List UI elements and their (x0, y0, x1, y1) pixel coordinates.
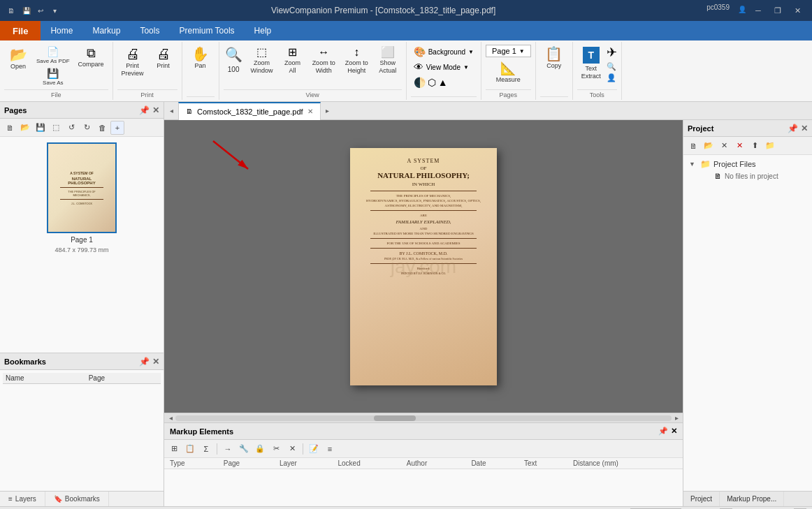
markup-tool-9[interactable]: 📝 (307, 442, 321, 456)
scrollbar-thumb-h[interactable] (374, 415, 416, 421)
markup-tool-1[interactable]: ⊞ (167, 442, 181, 456)
print-preview-button[interactable]: 🖨 PrintPreview (117, 45, 148, 80)
text-extract-button[interactable]: T TextExtract (577, 45, 605, 82)
home-menu-item[interactable]: Home (41, 21, 82, 40)
doc-tab-close[interactable]: ✕ (307, 108, 313, 115)
page-selector[interactable]: Page 1 ▼ (486, 45, 531, 57)
proj-btn-3[interactable]: ✕ (717, 139, 731, 153)
markup-tool-5[interactable]: 🔧 (237, 442, 251, 456)
markup-tool-7[interactable]: ✂ (269, 442, 283, 456)
pages-close-button[interactable]: ✕ (152, 105, 159, 115)
markup-tool-6[interactable]: 🔒 (253, 442, 267, 456)
background-button[interactable]: 🎨 Background ▼ (411, 45, 477, 59)
measure-button[interactable]: 📐 Measure (491, 60, 525, 86)
scroll-left-btn[interactable]: ◂ (166, 414, 175, 422)
help-menu-item[interactable]: Help (245, 21, 282, 40)
proj-btn-5[interactable]: ⬆ (748, 139, 762, 153)
markup-tool-10[interactable]: ≡ (323, 442, 337, 456)
color-icon-3[interactable]: ▲ (438, 77, 448, 88)
zoom-in-icon[interactable]: 🔍 (224, 45, 244, 64)
scroll-right-btn[interactable]: ▸ (672, 414, 681, 422)
quick-access-more[interactable]: ▾ (49, 5, 60, 16)
doc-area: A SYSTEM OF NATURAL PHILOSOPHY; IN WHICH… (164, 120, 683, 506)
bookmarks-panel-header: Bookmarks 📌 ✕ (0, 353, 164, 370)
view-mode-button[interactable]: 👁 View Mode ▼ (411, 60, 477, 74)
minimize-button[interactable]: ─ (749, 3, 767, 17)
proj-btn-1[interactable]: 🗎 (686, 139, 700, 153)
tools-icon-2[interactable]: 🔍 (607, 62, 617, 71)
premium-tools-menu-item[interactable]: Premium Tools (169, 21, 244, 40)
pages-add-btn[interactable]: + (110, 121, 124, 135)
markup-pin-btn[interactable]: 📌 (658, 427, 668, 436)
zoom-all-button[interactable]: ⊞ ZoomAll (279, 45, 307, 77)
col-text: Text (519, 458, 567, 469)
page-thumb-1[interactable]: A SYSTEM OF NATURAL PHILOSOPHY THE PRINC… (47, 142, 117, 253)
ribbon-group-tools: T TextExtract ✈ 🔍 👤 Tools (573, 42, 622, 100)
color-icon-1[interactable]: 🌓 (414, 77, 426, 88)
tools-icon-1[interactable]: ✈ (607, 45, 617, 60)
project-files-tree-item[interactable]: ▼ 📁 Project Files (686, 158, 809, 170)
tab-nav-right[interactable]: ▸ (321, 102, 335, 120)
zoom-to-height-button[interactable]: ↕ Zoom toHeight (341, 45, 372, 77)
project-bottom-tab[interactable]: Project (683, 492, 720, 506)
proj-btn-4[interactable]: ✕ (732, 139, 746, 153)
doc-line13: BY J.L. COMSTOCK, M.D. (399, 251, 447, 256)
proj-btn-6[interactable]: 📁 (763, 139, 777, 153)
bookmarks-pin-button[interactable]: 📌 (139, 357, 150, 367)
bookmarks-tab[interactable]: 🔖 Bookmarks (45, 492, 109, 506)
print-button[interactable]: 🖨 Print (150, 45, 177, 72)
file-menu-button[interactable]: File (0, 21, 41, 40)
quick-access-undo[interactable]: ↩ (35, 5, 46, 16)
doc-scrollbar-h[interactable]: ◂ ▸ (164, 413, 683, 422)
doc-line12: FOR THE USE OF SCHOOLS AND ACADEMIES (387, 242, 461, 245)
restore-button[interactable]: ❐ (769, 3, 787, 17)
profile-icon[interactable]: 👤 (737, 3, 748, 15)
markup-tool-8[interactable]: ✕ (285, 442, 299, 456)
project-close-button[interactable]: ✕ (801, 124, 808, 133)
doc-view[interactable]: A SYSTEM OF NATURAL PHILOSOPHY; IN WHICH… (164, 120, 683, 413)
bookmarks-close-button[interactable]: ✕ (152, 357, 159, 367)
close-button[interactable]: ✕ (788, 3, 806, 17)
save-as-button[interactable]: 💾 Save As (34, 66, 73, 87)
pages-pin-button[interactable]: 📌 (139, 105, 150, 115)
show-actual-button[interactable]: ⬜ ShowActual (374, 45, 402, 77)
save-as-pdf-button[interactable]: 📄 Save As PDF (34, 45, 73, 66)
left-panel: Pages 📌 ✕ 🗎 📂 💾 ⬚ ↺ ↻ 🗑 + (0, 102, 164, 506)
markup-tool-3[interactable]: Σ (199, 442, 213, 456)
markup-sep-1 (217, 443, 217, 455)
markup-table-area: Type Page Layer Locked Author Date Text … (164, 458, 683, 506)
layers-tab[interactable]: ≡ Layers (0, 492, 45, 506)
pages-fit-btn[interactable]: ⬚ (49, 121, 63, 135)
markup-props-bottom-tab[interactable]: Markup Prope... (720, 492, 784, 506)
doc-line10: AND (420, 227, 428, 230)
color-icon-2[interactable]: ⬡ (428, 77, 436, 88)
open-button[interactable]: 📂 Open (4, 45, 32, 72)
pages-rotate-right-btn[interactable]: ↻ (80, 121, 94, 135)
quick-access-save[interactable]: 💾 (21, 5, 32, 16)
page-input-group[interactable]: Page 1 ▼ (486, 45, 531, 57)
tools-menu-item[interactable]: Tools (130, 21, 169, 40)
markup-menu-item[interactable]: Markup (82, 21, 130, 40)
zoom-to-width-button[interactable]: ↔ Zoom toWidth (308, 45, 340, 77)
doc-tab[interactable]: 🗎 Comstock_1832_title_page.pdf ✕ (178, 102, 321, 120)
pages-open-btn[interactable]: 📂 (18, 121, 32, 135)
col-date: Date (465, 458, 519, 469)
tools-icon-3[interactable]: 👤 (607, 73, 617, 82)
doc-line2: OF (421, 165, 427, 171)
project-pin-button[interactable]: 📌 (788, 124, 798, 133)
pan-button[interactable]: ✋ Pan (187, 45, 215, 72)
proj-btn-2[interactable]: 📂 (702, 139, 716, 153)
copy-button[interactable]: 📋 Copy (540, 45, 568, 72)
compare-button[interactable]: ⧉ Compare (74, 45, 108, 71)
markup-tool-2[interactable]: 📋 (183, 442, 197, 456)
zoom-window-button[interactable]: ⬚ ZoomWindow (247, 45, 277, 77)
pages-rotate-left-btn[interactable]: ↺ (64, 121, 78, 135)
doc-line-detail: PROF. OF CH. M.A. M.D., & a Fellow of va… (384, 257, 463, 260)
markup-close-btn[interactable]: ✕ (671, 427, 677, 436)
tab-nav-left[interactable]: ◂ (164, 102, 178, 120)
markup-tool-4[interactable]: → (221, 442, 235, 456)
tab-bar: ◂ 🗎 Comstock_1832_title_page.pdf ✕ ▸ (164, 102, 812, 120)
pages-delete-btn[interactable]: 🗑 (95, 121, 109, 135)
pages-save-btn[interactable]: 💾 (34, 121, 48, 135)
pages-new-btn[interactable]: 🗎 (3, 121, 17, 135)
